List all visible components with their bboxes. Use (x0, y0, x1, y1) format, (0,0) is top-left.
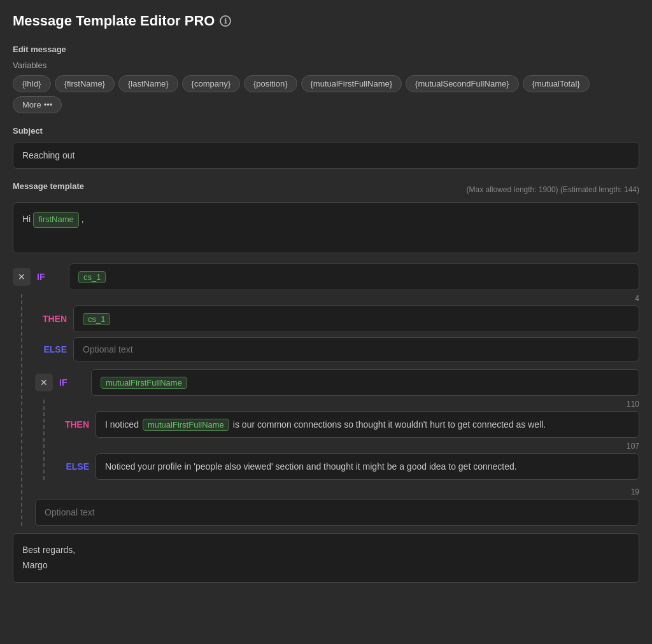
then-content-2[interactable]: I noticed mutualFirstFullName is our com… (96, 411, 639, 438)
greeting-prefix: Hi (22, 214, 33, 224)
then-char-count-1: 4 (35, 294, 639, 303)
if-condition-1[interactable]: cs_1 (69, 263, 639, 290)
more-chip[interactable]: More ••• (13, 96, 62, 113)
if-row-1: ✕ IF cs_1 (13, 263, 639, 290)
edit-message-label: Edit message (13, 45, 639, 54)
signature-box[interactable]: Best regards, Margo (13, 533, 639, 583)
var-chip-mutualtotal[interactable]: {mutualTotal} (523, 75, 590, 92)
then-var-1[interactable]: cs_1 (83, 313, 110, 325)
optional-char-count: 19 (35, 487, 639, 496)
else-text-2: Noticed your profile in 'people also vie… (105, 461, 517, 472)
else-char-count-2: 107 (57, 442, 639, 451)
info-icon[interactable]: ℹ (220, 15, 231, 27)
app-title: Message Template Editor PRO (13, 13, 215, 29)
if-row-2: ✕ IF mutualFirstFullName (35, 369, 639, 396)
else-section-1: ELSE (35, 337, 639, 361)
then-char-count-2: 110 (57, 400, 639, 409)
else-section-2: 107 ELSE Noticed your profile in 'people… (57, 442, 639, 480)
template-meta: (Max allowed length: 1900) (Estimated le… (467, 185, 639, 194)
then-row-1: THEN cs_1 (35, 305, 639, 332)
page-title: Message Template Editor PRO ℹ (13, 13, 639, 29)
var-chip-mutualsecond[interactable]: {mutualSecondFullName} (406, 75, 518, 92)
then-suffix-2: is our common connections so thought it … (233, 419, 546, 430)
else-input-1[interactable] (73, 337, 639, 361)
then-content-1[interactable]: cs_1 (73, 305, 639, 332)
if-condition-2[interactable]: mutualFirstFullName (91, 369, 639, 396)
subject-label: Subject (13, 126, 639, 136)
subject-input[interactable] (13, 142, 639, 169)
var-chip-company[interactable]: {company} (182, 75, 240, 92)
more-dots: ••• (44, 100, 53, 109)
then-keyword-2: THEN (57, 419, 89, 430)
subject-section: Subject (13, 126, 639, 169)
variables-label: Variables (13, 60, 639, 70)
template-section: Message template (Max allowed length: 19… (13, 181, 639, 253)
if-var-1[interactable]: cs_1 (78, 271, 106, 283)
more-label: More (22, 100, 41, 109)
else-row-1: ELSE (35, 337, 639, 361)
then-row-2: THEN I noticed mutualFirstFullName is ou… (57, 411, 639, 438)
if-block-2: ✕ IF mutualFirstFullName 110 THEN I noti… (35, 369, 639, 480)
close-button-1[interactable]: ✕ (13, 268, 31, 286)
greeting-suffix: , (79, 214, 84, 224)
var-chip-position[interactable]: {position} (244, 75, 297, 92)
var-chip-firstname[interactable]: {firstName} (55, 75, 115, 92)
else-row-2: ELSE Noticed your profile in 'people als… (57, 453, 639, 480)
if-keyword-2: IF (59, 377, 85, 388)
template-box[interactable]: Hi firstName , (13, 202, 639, 253)
greeting-var[interactable]: firstName (33, 212, 79, 228)
then-prefix-2: I noticed (105, 419, 139, 430)
then-var-2[interactable]: mutualFirstFullName (143, 419, 229, 431)
var-chip-lastname[interactable]: {lastName} (118, 75, 178, 92)
else-keyword-2: ELSE (57, 461, 89, 472)
signature-line2: Margo (22, 558, 630, 573)
if-var-2[interactable]: mutualFirstFullName (101, 377, 187, 389)
signature-line1: Best regards, (22, 543, 630, 558)
template-header: Message template (Max allowed length: 19… (13, 181, 639, 197)
optional-bottom-section: 19 (35, 487, 639, 526)
if-block-1: ✕ IF cs_1 4 THEN cs_1 ELSE ✕ IF (13, 263, 639, 526)
var-chip-mutualfirst[interactable]: {mutualFirstFullName} (301, 75, 402, 92)
else-keyword-1: ELSE (35, 344, 67, 354)
optional-bottom-input[interactable] (35, 499, 639, 526)
var-chip-lhid[interactable]: {lhId} (13, 75, 51, 92)
close-button-2[interactable]: ✕ (35, 374, 53, 391)
if-block-2-body: 110 THEN I noticed mutualFirstFullName i… (43, 400, 639, 480)
template-label: Message template (13, 181, 84, 191)
else-content-2[interactable]: Noticed your profile in 'people also vie… (96, 453, 639, 480)
variables-row: {lhId} {firstName} {lastName} {company} … (13, 75, 639, 113)
if-keyword-1: IF (37, 272, 62, 282)
if-block-1-body: 4 THEN cs_1 ELSE ✕ IF mutualFirstFullNam… (21, 294, 639, 526)
then-keyword-1: THEN (35, 314, 67, 324)
